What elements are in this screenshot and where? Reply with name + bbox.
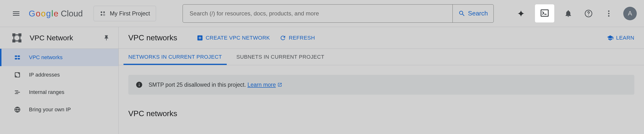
hamburger-menu-icon[interactable] <box>11 8 22 19</box>
search-button[interactable]: Search <box>452 5 494 23</box>
tab-subnets-current-project[interactable]: SUBNETS IN CURRENT PROJECT <box>236 49 324 65</box>
svg-point-0 <box>101 11 102 13</box>
svg-rect-4 <box>541 10 548 17</box>
content-header: VPC networks CREATE VPC NETWORK REFRESH … <box>119 27 644 49</box>
search-input[interactable] <box>183 5 452 23</box>
svg-rect-20 <box>18 56 20 57</box>
create-vpc-network-button[interactable]: CREATE VPC NETWORK <box>196 35 270 41</box>
google-cloud-logo[interactable]: Google Cloud <box>29 9 83 18</box>
svg-rect-11 <box>12 33 16 37</box>
refresh-icon <box>280 35 286 41</box>
svg-point-8 <box>608 10 610 12</box>
sidebar-title: VPC Network <box>30 34 95 42</box>
sidebar-item-label: Bring your own IP <box>29 106 71 113</box>
svg-rect-26 <box>15 93 18 94</box>
svg-rect-14 <box>18 39 22 43</box>
learn-button[interactable]: LEARN <box>607 35 634 41</box>
info-banner: SMTP port 25 disallowed in this project.… <box>128 75 634 95</box>
sidebar-item-internal-ranges[interactable]: Internal ranges <box>0 84 118 101</box>
top-right-icons: A <box>515 5 637 22</box>
search-icon <box>458 10 466 17</box>
svg-rect-16 <box>16 40 18 41</box>
info-icon <box>136 81 143 88</box>
help-icon[interactable] <box>583 8 594 19</box>
svg-rect-17 <box>13 36 14 39</box>
banner-text: SMTP port 25 disallowed in this project.… <box>148 82 282 88</box>
sidebar: VPC Network VPC networks IP addresses In… <box>0 27 119 134</box>
svg-point-10 <box>608 15 610 17</box>
svg-rect-18 <box>19 36 20 39</box>
svg-point-9 <box>608 13 610 14</box>
sidebar-item-vpc-networks[interactable]: VPC networks <box>0 49 118 66</box>
vpc-product-icon <box>11 32 23 44</box>
svg-rect-12 <box>18 33 22 37</box>
svg-rect-19 <box>15 56 17 57</box>
sidebar-item-byoip[interactable]: Bring your own IP <box>0 101 118 118</box>
notifications-icon[interactable] <box>562 8 574 19</box>
sidebar-item-label: VPC networks <box>29 54 62 61</box>
svg-rect-22 <box>18 58 20 59</box>
open-in-new-icon <box>278 82 282 87</box>
sidebar-item-ip-addresses[interactable]: IP addresses <box>0 66 118 84</box>
sidebar-header: VPC Network <box>0 27 118 49</box>
project-selector-button[interactable]: My First Project <box>94 6 156 21</box>
svg-rect-25 <box>16 92 20 92</box>
search-box: Search <box>182 4 494 23</box>
svg-point-7 <box>588 15 589 16</box>
internal-ranges-icon <box>14 88 21 96</box>
learn-more-link[interactable]: Learn more <box>248 82 282 88</box>
svg-point-3 <box>104 14 105 16</box>
learn-icon <box>607 35 614 41</box>
add-box-icon <box>196 35 203 41</box>
more-vert-icon[interactable] <box>603 8 614 19</box>
refresh-button[interactable]: REFRESH <box>280 35 315 41</box>
sidebar-item-label: IP addresses <box>29 72 60 78</box>
svg-rect-13 <box>12 39 16 43</box>
cloud-shell-icon <box>540 8 550 18</box>
main-area: VPC Network VPC networks IP addresses In… <box>0 27 644 134</box>
sidebar-item-label: Internal ranges <box>29 89 64 95</box>
content: VPC networks CREATE VPC NETWORK REFRESH … <box>119 27 644 134</box>
byoip-icon <box>14 106 21 113</box>
svg-point-2 <box>101 14 102 16</box>
project-hex-icon <box>100 10 106 17</box>
tab-networks-current-project[interactable]: NETWORKS IN CURRENT PROJECT <box>128 49 222 65</box>
page-title: VPC networks <box>128 33 177 42</box>
cloud-shell-button[interactable] <box>536 5 554 22</box>
avatar[interactable]: A <box>623 7 637 20</box>
svg-rect-24 <box>15 90 18 91</box>
svg-rect-15 <box>16 34 18 35</box>
project-name: My First Project <box>110 10 150 17</box>
svg-point-1 <box>104 11 105 13</box>
gemini-spark-icon[interactable] <box>515 8 527 19</box>
svg-rect-21 <box>15 58 17 59</box>
top-bar: Google Cloud My First Project Search A <box>0 0 644 27</box>
section-title: VPC networks <box>128 109 644 118</box>
vpc-networks-icon <box>14 54 21 61</box>
tabs: NETWORKS IN CURRENT PROJECT SUBNETS IN C… <box>119 49 644 65</box>
ip-addresses-icon <box>14 71 21 79</box>
pin-icon[interactable] <box>102 33 111 43</box>
